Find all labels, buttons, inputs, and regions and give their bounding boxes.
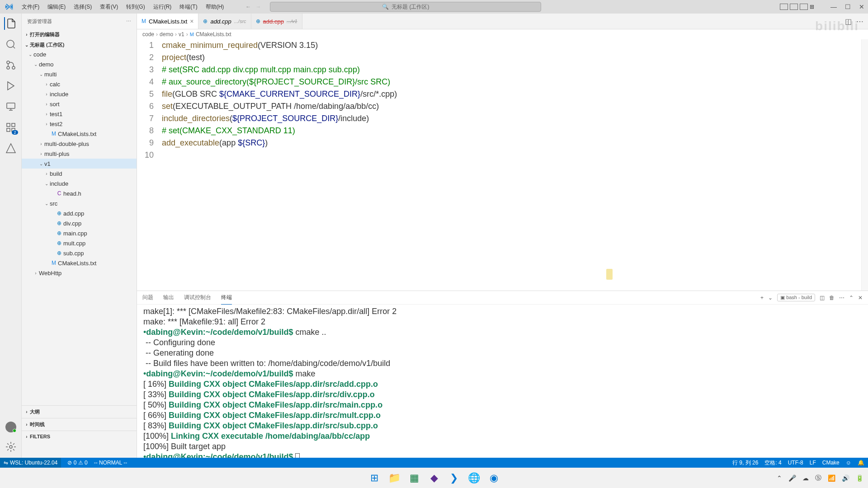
kill-terminal-icon[interactable]: 🗑	[829, 295, 835, 301]
run-debug-icon[interactable]	[5, 80, 17, 92]
tab-cmakelists[interactable]: MCMakeLists.txt×	[137, 14, 198, 29]
more-terminal-icon[interactable]: ⋯	[839, 295, 844, 301]
menu-select[interactable]: 选择(S)	[70, 1, 95, 13]
forward-icon[interactable]: →	[255, 4, 261, 10]
explorer-icon[interactable]	[4, 17, 17, 30]
tray-volume-icon[interactable]: 🔊	[842, 474, 849, 482]
menu-help[interactable]: 帮助(H)	[202, 1, 228, 13]
folder-test1[interactable]: ›test1	[22, 109, 137, 119]
file-explorer-icon[interactable]: 📁	[386, 469, 403, 487]
indentation[interactable]: 空格: 4	[764, 459, 781, 467]
menu-edit[interactable]: 编辑(E)	[44, 1, 69, 13]
file-sub-cpp[interactable]: ⊕sub.cpp	[22, 248, 137, 258]
menu-go[interactable]: 转到(G)	[123, 1, 148, 13]
terminal-dropdown-icon[interactable]: ⌄	[768, 295, 773, 301]
folder-multi[interactable]: ⌄multi	[22, 69, 137, 79]
folder-webhttp[interactable]: ›WebHttp	[22, 268, 137, 278]
panel-tab-problems[interactable]: 问题	[142, 291, 153, 304]
tray-battery-icon[interactable]: 🔋	[856, 474, 863, 482]
terminal-label[interactable]: ▣ bash - build	[777, 294, 815, 301]
file-head-h[interactable]: Chead.h	[22, 188, 137, 198]
account-icon[interactable]	[5, 422, 16, 432]
split-terminal-icon[interactable]: ◫	[820, 295, 825, 301]
panel-tab-debug[interactable]: 调试控制台	[184, 291, 211, 304]
back-icon[interactable]: ←	[245, 4, 251, 10]
edge-icon[interactable]: ◉	[485, 469, 502, 487]
toggle-panel-bottom-icon[interactable]	[790, 4, 798, 10]
close-icon[interactable]: ✕	[859, 3, 864, 10]
feedback-icon[interactable]: ☺	[846, 460, 851, 466]
open-editors-section[interactable]: ›打开的编辑器	[22, 30, 137, 39]
folder-build[interactable]: ›build	[22, 169, 137, 178]
cursor-position[interactable]: 行 9, 列 26	[732, 459, 758, 467]
code-editor[interactable]: 12345678910 cmake_minimum_required(VERSI…	[137, 39, 868, 291]
file-cmakelists-multi[interactable]: MCMakeLists.txt	[22, 129, 137, 139]
start-icon[interactable]: ⊞	[366, 469, 383, 487]
more-icon[interactable]: ⋯	[126, 19, 131, 24]
file-cmakelists-v1[interactable]: MCMakeLists.txt	[22, 258, 137, 268]
folder-sort[interactable]: ›sort	[22, 99, 137, 109]
tab-close-icon[interactable]: ×	[190, 18, 193, 25]
customize-layout-icon[interactable]: ⊞	[810, 4, 818, 10]
code-content[interactable]: cmake_minimum_required(VERSION 3.15)proj…	[162, 39, 861, 291]
folder-include[interactable]: ›include	[22, 89, 137, 99]
source-control-icon[interactable]	[5, 59, 17, 71]
eol[interactable]: LF	[810, 460, 816, 466]
tab-add-cpp-v1-deleted[interactable]: ⊕add.cpp.../v1	[251, 14, 302, 29]
timeline-section[interactable]: ›时间线	[22, 419, 137, 430]
chrome-icon[interactable]: 🌐	[465, 469, 482, 487]
folder-include2[interactable]: ⌄include	[22, 178, 137, 188]
folder-test2[interactable]: ›test2	[22, 119, 137, 129]
file-main-cpp[interactable]: ⊕main.cpp	[22, 228, 137, 238]
visual-studio-icon[interactable]: ◆	[425, 469, 443, 487]
tray-onedrive-icon[interactable]: ☁	[802, 474, 809, 482]
panel-tab-output[interactable]: 输出	[163, 291, 174, 304]
tray-mic-icon[interactable]: 🎤	[788, 474, 796, 482]
folder-src[interactable]: ⌄src	[22, 198, 137, 208]
language-mode[interactable]: CMake	[822, 460, 840, 466]
minimap[interactable]	[861, 39, 868, 291]
menu-run[interactable]: 运行(R)	[150, 1, 175, 13]
folder-demo[interactable]: ⌄demo	[22, 59, 137, 69]
file-div-cpp[interactable]: ⊕div.cpp	[22, 218, 137, 228]
maximize-panel-icon[interactable]: ⌃	[849, 295, 854, 301]
more-actions-icon[interactable]: ⋯	[856, 17, 863, 26]
new-terminal-icon[interactable]: +	[760, 295, 764, 301]
file-add-cpp[interactable]: ⊕add.cpp	[22, 208, 137, 218]
menu-file[interactable]: 文件(F)	[18, 1, 43, 13]
folder-calc[interactable]: ›calc	[22, 79, 137, 89]
menu-view[interactable]: 查看(V)	[96, 1, 122, 13]
folder-multi-double-plus[interactable]: ›multi-double-plus	[22, 139, 137, 149]
remote-explorer-icon[interactable]	[5, 100, 17, 113]
excel-icon[interactable]: ▦	[406, 469, 423, 487]
workspace-section[interactable]: ⌄无标题 (工作区)	[22, 41, 137, 49]
maximize-icon[interactable]: ☐	[845, 3, 851, 10]
search-icon[interactable]	[5, 38, 17, 51]
status-errors[interactable]: ⊘ 0 ⚠ 0	[67, 460, 87, 466]
outline-section[interactable]: ›大纲	[22, 407, 137, 417]
tab-add-cpp-src[interactable]: ⊕add.cpp.../src	[198, 14, 251, 29]
encoding[interactable]: UTF-8	[788, 460, 803, 466]
file-mult-cpp[interactable]: ⊕mult.cpp	[22, 238, 137, 248]
split-editor-icon[interactable]: ◫	[845, 17, 852, 26]
tray-app-icon[interactable]: Ⓢ	[815, 474, 821, 482]
extensions-icon[interactable]: 2	[5, 121, 17, 134]
filters-section[interactable]: ›FILTERS	[22, 432, 137, 441]
folder-v1[interactable]: ⌄v1	[22, 159, 137, 169]
menu-terminal[interactable]: 终端(T)	[176, 1, 201, 13]
folder-code[interactable]: ⌄code	[22, 49, 137, 59]
minimize-icon[interactable]: —	[830, 3, 837, 10]
breadcrumb[interactable]: code› demo› v1› MCMakeLists.txt	[137, 29, 868, 39]
close-panel-icon[interactable]: ✕	[858, 295, 863, 301]
terminal-content[interactable]: make[1]: *** [CMakeFiles/Makefile2:83: C…	[137, 305, 868, 458]
settings-gear-icon[interactable]	[5, 441, 17, 453]
toggle-panel-left-icon[interactable]	[780, 4, 788, 10]
cmake-icon[interactable]	[5, 142, 17, 155]
remote-indicator[interactable]: ⇋ WSL: Ubuntu-22.04	[0, 458, 61, 468]
toggle-panel-right-icon[interactable]	[800, 4, 808, 10]
tray-wifi-icon[interactable]: 📶	[828, 474, 835, 482]
vscode-taskbar-icon[interactable]: ❯	[445, 469, 462, 487]
folder-multi-plus[interactable]: ›multi-plus	[22, 149, 137, 159]
command-center[interactable]: 🔍 无标题 (工作区)	[270, 2, 541, 12]
tray-chevron-icon[interactable]: ⌃	[777, 474, 782, 482]
